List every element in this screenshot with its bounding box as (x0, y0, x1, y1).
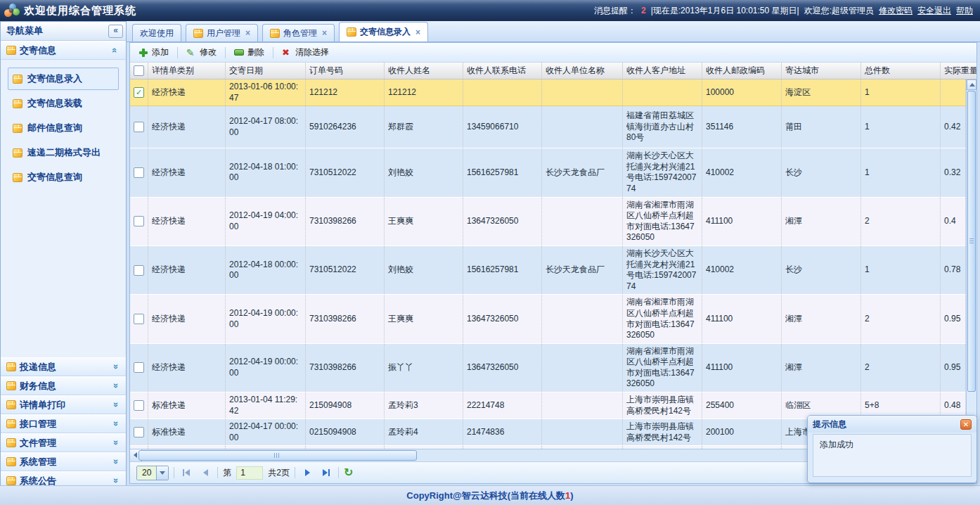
column-header[interactable]: 交寄日期 (226, 63, 306, 79)
table-row[interactable]: 经济快递2012-04-18 01:00:007310512022刘艳姣1561… (130, 148, 966, 197)
cell: 2013-01-04 11:29:42 (226, 392, 306, 418)
row-checkbox[interactable] (134, 265, 144, 276)
column-header[interactable]: 总件数 (861, 63, 941, 79)
sidebar-section[interactable]: 系统管理 (1, 452, 126, 471)
close-icon[interactable] (415, 27, 420, 37)
datetime-text: |现在是:2013年1月6日 10:01:50 星期日| (651, 5, 799, 17)
message-count-badge[interactable]: 2 (641, 6, 646, 15)
column-header[interactable]: 寄达城市 (782, 63, 861, 79)
horizontal-scroll-thumb[interactable] (138, 450, 417, 461)
row-checkbox[interactable] (134, 362, 144, 373)
add-icon (138, 48, 148, 58)
sidebar-item[interactable]: 交寄信息录入 (8, 68, 119, 90)
close-icon[interactable] (322, 28, 327, 38)
sidebar-section[interactable]: 投递信息 (1, 357, 126, 376)
column-header[interactable]: 收件人单位名称 (542, 63, 623, 79)
close-icon[interactable] (960, 419, 972, 430)
chevron-double-down-icon (110, 362, 120, 372)
sidebar-section[interactable]: 详情单打印 (1, 395, 126, 414)
current-page-input[interactable]: 1 (236, 466, 263, 480)
row-checkbox[interactable] (134, 400, 144, 411)
package-icon (6, 419, 16, 428)
sidebar-item[interactable]: 交寄信息查询 (8, 166, 119, 188)
refresh-icon[interactable] (344, 467, 353, 478)
tab[interactable]: 角色管理 (262, 24, 335, 41)
column-header[interactable]: 详情单类别 (148, 63, 226, 79)
next-page-button[interactable] (300, 467, 314, 478)
cell: 200100 (702, 419, 782, 445)
last-page-button[interactable] (319, 467, 333, 478)
page-size-select[interactable]: 20 (136, 466, 169, 480)
close-icon[interactable] (245, 28, 250, 38)
table-row[interactable]: 经济快递2012-04-18 00:00:007310512022刘艳姣1561… (130, 246, 966, 295)
help-link[interactable]: 帮助 (956, 5, 973, 17)
cell: 13647326050 (463, 295, 542, 343)
cell: 0.95 (941, 344, 966, 392)
cell: 经济快递 (148, 295, 226, 343)
vertical-scrollbar[interactable] (966, 79, 976, 449)
cell: 湖南省湘潭市雨湖区八仙桥半点利超市对面电话:13647326050 (623, 295, 702, 343)
cell (542, 419, 623, 445)
column-header[interactable]: 收件人联系电话 (463, 63, 542, 79)
column-header[interactable]: 收件人客户地址 (623, 63, 702, 79)
cell: 湖南省湘潭市雨湖区八仙桥半点利超市对面电话:13647326050 (623, 344, 702, 392)
cell: 2012-04-18 01:00:00 (226, 148, 306, 196)
toolbar-button-clear[interactable]: 清除选择 (278, 45, 333, 60)
logout-link[interactable]: 安全退出 (917, 5, 951, 17)
table-row[interactable]: 经济快递2012-04-17 08:00:005910264236郑群霞1345… (130, 106, 966, 148)
column-header[interactable]: 实际重量 (941, 63, 976, 79)
cell: 2 (861, 198, 941, 245)
toolbar-button-del[interactable]: 删除 (231, 45, 268, 60)
select-all-checkbox[interactable] (134, 65, 144, 76)
dropdown-arrow-icon[interactable] (156, 466, 168, 480)
prev-page-button[interactable] (198, 467, 212, 478)
message-reminder-label: 消息提醒： (594, 5, 636, 17)
toolbar-button-add[interactable]: 添加 (135, 45, 172, 60)
table-row[interactable]: 经济快递2012-04-19 04:00:007310398266王爽爽1364… (130, 198, 966, 246)
row-checkbox[interactable] (134, 314, 144, 324)
first-page-button[interactable] (179, 467, 193, 478)
select-all-cell (130, 63, 148, 79)
sidebar-header: 导航菜单 (1, 22, 126, 41)
cell: 经济快递 (148, 198, 226, 245)
sidebar-section[interactable]: 财务信息 (1, 376, 126, 395)
column-header[interactable]: 订单号码 (306, 63, 385, 79)
scroll-up-icon[interactable] (967, 79, 976, 90)
cell: 7310398266 (306, 198, 385, 245)
table-row[interactable]: 经济快递2012-04-19 00:00:007310398266王爽爽1364… (130, 295, 966, 343)
row-checkbox[interactable] (134, 87, 144, 98)
vertical-scroll-thumb[interactable] (967, 91, 976, 392)
sidebar-item[interactable]: 邮件信息查询 (8, 117, 119, 139)
column-header[interactable]: 收件人邮政编码 (702, 63, 782, 79)
sidebar-section[interactable]: 交寄信息 (1, 41, 126, 60)
cell: 2012-04-19 00:00:00 (226, 344, 306, 392)
cell: 13647326050 (463, 344, 542, 392)
change-password-link[interactable]: 修改密码 (879, 5, 913, 17)
sidebar-section[interactable]: 文件管理 (1, 433, 126, 452)
footer: CopyRight@智云达科技(当前在线人数 1 ) (0, 485, 980, 505)
toolbar-button-edit[interactable]: 修改 (183, 45, 220, 60)
column-header[interactable]: 收件人姓名 (385, 63, 463, 79)
tab[interactable]: 交寄信息录入 (339, 22, 428, 41)
row-checkbox[interactable] (134, 216, 144, 226)
popup-header[interactable]: 提示信息 (808, 416, 976, 433)
separator (295, 467, 295, 478)
sidebar-item[interactable]: 速递二期格式导出 (8, 141, 119, 164)
cell: 长沙天龙食品厂 (542, 246, 623, 294)
cell: 孟玲莉4 (385, 419, 463, 445)
table-row[interactable]: 经济快递2012-04-19 00:00:007310398266振丫丫1364… (130, 344, 966, 392)
sidebar-item[interactable]: 交寄信息装载 (8, 92, 119, 115)
row-checkbox[interactable] (134, 122, 144, 132)
sidebar-collapse-button[interactable] (108, 25, 123, 38)
cell: 13647326050 (463, 198, 542, 245)
sidebar-section-label: 系统管理 (20, 456, 56, 468)
sidebar-section[interactable]: 接口管理 (1, 414, 126, 433)
tab[interactable]: 欢迎使用 (132, 24, 181, 41)
package-icon (13, 75, 22, 84)
cell: 2013-01-06 10:00:47 (226, 79, 306, 106)
package-icon (270, 29, 280, 38)
tab[interactable]: 用户管理 (186, 24, 258, 41)
row-checkbox[interactable] (134, 167, 144, 178)
table-row[interactable]: 经济快递2013-01-06 10:00:4712121212121210000… (130, 79, 966, 106)
row-checkbox[interactable] (134, 427, 144, 437)
